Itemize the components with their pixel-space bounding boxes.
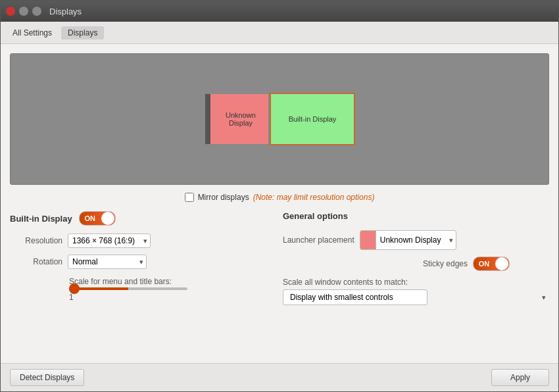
rotation-label: Rotation [10, 257, 62, 266]
two-columns: Built-in Display ON Resolution 1366 × 76… [10, 211, 549, 305]
general-title: General options [283, 211, 549, 221]
all-settings-nav[interactable]: All Settings [6, 26, 59, 39]
resolution-label: Resolution [10, 236, 62, 245]
sticky-toggle-knob [495, 257, 508, 270]
bottom-bar: Detect Displays Apply [1, 363, 558, 391]
rotation-select[interactable]: Normal [68, 255, 147, 269]
launcher-select-with-icon: Unknown Display [360, 230, 456, 250]
monitor-unknown-label: Unknown Display [213, 111, 268, 127]
launcher-select[interactable]: Unknown Display [376, 233, 456, 247]
mirror-note: (Note: may limit resolution options) [253, 193, 375, 202]
display-preview: Unknown Display Built-in Display [10, 53, 549, 185]
launcher-label: Launcher placement [283, 235, 354, 245]
close-button[interactable] [6, 7, 15, 16]
mirror-checkbox[interactable] [185, 193, 194, 202]
main-content: Unknown Display Built-in Display Mirror … [1, 44, 558, 363]
monitors-container: Unknown Display Built-in Display [204, 93, 355, 145]
sticky-toggle[interactable]: ON [473, 257, 510, 271]
displays-nav[interactable]: Displays [61, 26, 104, 39]
monitor-unknown[interactable]: Unknown Display [204, 93, 270, 145]
resolution-row: Resolution 1366 × 768 (16:9) [10, 233, 276, 248]
launcher-select-outer: Unknown Display [360, 230, 456, 250]
window-title: Displays [49, 7, 82, 16]
displays-window: Displays All Settings Displays Unknown D… [0, 0, 559, 392]
display-toggle-label: ON [80, 214, 101, 222]
right-column: General options Launcher placement Unkno… [276, 211, 549, 305]
mirror-row: Mirror displays (Note: may limit resolut… [10, 193, 549, 202]
navbar: All Settings Displays [1, 22, 558, 44]
mirror-label: Mirror displays [198, 193, 249, 202]
slider-value: 1 [10, 293, 276, 302]
launcher-row: Launcher placement Unknown Display [283, 230, 549, 250]
scale-section: Scale for menu and title bars: 1 [10, 277, 276, 302]
resolution-select[interactable]: 1366 × 768 (16:9) [68, 233, 151, 248]
monitor-builtin[interactable]: Built-in Display [270, 93, 355, 145]
maximize-button[interactable] [32, 7, 41, 16]
rotation-select-wrapper: Normal [68, 255, 147, 269]
sticky-toggle-label: ON [474, 260, 495, 268]
launcher-color-dot [360, 231, 376, 249]
apply-button[interactable]: Apply [491, 369, 549, 386]
display-header: Built-in Display ON [10, 211, 276, 226]
sticky-label: Sticky edges [423, 259, 468, 268]
monitor-builtin-label: Built-in Display [289, 115, 337, 123]
toggle-knob [101, 212, 114, 225]
resolution-select-wrapper: 1366 × 768 (16:9) [68, 233, 151, 248]
scale-all-label: Scale all window contents to match: [283, 278, 549, 287]
scale-slider[interactable] [69, 287, 187, 290]
slider-row [10, 287, 276, 290]
display-name: Built-in Display [10, 214, 72, 224]
display-toggle[interactable]: ON [79, 211, 116, 226]
rotation-row: Rotation Normal [10, 255, 276, 269]
titlebar: Displays [1, 1, 558, 22]
scale-all-select[interactable]: Display with smallest controls [283, 289, 427, 305]
left-column: Built-in Display ON Resolution 1366 × 76… [10, 211, 276, 305]
sticky-row: Sticky edges ON [283, 257, 549, 271]
scale-all-row: Scale all window contents to match: Disp… [283, 278, 549, 305]
detect-displays-button[interactable]: Detect Displays [10, 369, 84, 386]
minimize-button[interactable] [19, 7, 28, 16]
scale-all-select-wrapper: Display with smallest controls [283, 289, 549, 305]
